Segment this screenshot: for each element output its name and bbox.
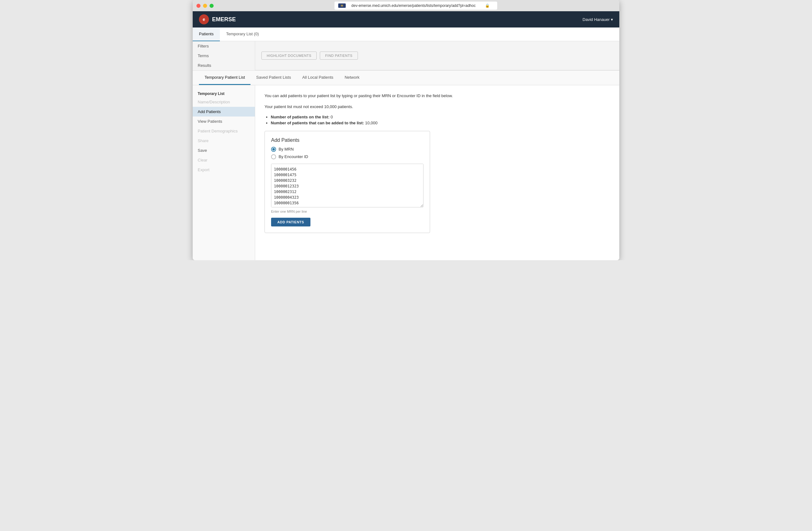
sidebar-item-save-label: Save [198, 148, 207, 153]
subnav-saved-patient-lists-label: Saved Patient Lists [256, 75, 291, 80]
sidebar-item-name-description-label: Name/Description [198, 100, 230, 104]
stat-patients-can-add-label: Number of patients that can be added to … [271, 120, 364, 125]
intro-text: You can add patients to your patient lis… [264, 93, 610, 99]
highlight-documents-button[interactable]: HIGHLIGHT DOCUMENTS [261, 52, 317, 60]
maximize-dot[interactable] [209, 4, 214, 8]
add-patients-box: Add Patients By MRN By Encounter ID 1000… [264, 131, 430, 233]
tab-temporary-list-label: Temporary List (0) [226, 31, 259, 36]
add-patients-title: Add Patients [271, 138, 423, 143]
radio-group: By MRN By Encounter ID [271, 147, 423, 159]
sidebar-item-name-description: Name/Description [193, 97, 255, 107]
user-chevron-icon: ▾ [611, 17, 613, 22]
sidebar-item-patient-demographics-label: Patient Demographics [198, 129, 238, 133]
minimize-dot[interactable] [203, 4, 207, 8]
sidenav-terms[interactable]: Terms [193, 51, 255, 61]
subnav-all-local-patients-label: All Local Patients [302, 75, 334, 80]
sidebar-item-add-patients[interactable]: Add Patients [193, 107, 255, 116]
left-nav-bar: Filters Terms Results HIGHLIGHT DOCUMENT… [193, 41, 619, 71]
close-dot[interactable] [197, 4, 201, 8]
radio-by-encounter-id-label: By Encounter ID [279, 154, 308, 159]
sidebar-item-share: Share [193, 136, 255, 146]
titlebar: dev-emerse.med.umich.edu/emerse/patients… [193, 0, 619, 11]
hint-text: Enter one MRN per line [271, 210, 423, 213]
brand-icon: e [199, 14, 209, 24]
user-menu[interactable]: David Hanauer ▾ [582, 17, 613, 22]
find-patients-button[interactable]: FIND PATIENTS [320, 52, 358, 60]
sidebar-section-label: Temporary List [193, 88, 255, 97]
stat-patients-can-add-value: 10,000 [365, 120, 378, 125]
tab-temporary-list[interactable]: Temporary List (0) [220, 28, 265, 41]
action-bar: HIGHLIGHT DOCUMENTS FIND PATIENTS [255, 41, 619, 70]
sidenav-filters[interactable]: Filters [193, 41, 255, 51]
subnav-saved-patient-lists[interactable]: Saved Patient Lists [250, 71, 296, 85]
left-nav-stubs: Filters Terms Results [193, 41, 255, 70]
stat-patients-on-list-value: 0 [330, 115, 333, 119]
limit-text: Your patient list must not exceed 10,000… [264, 104, 610, 110]
subnav-all-local-patients[interactable]: All Local Patients [297, 71, 339, 85]
sidebar-item-patient-demographics: Patient Demographics [193, 126, 255, 136]
subnav-network[interactable]: Network [339, 71, 365, 85]
user-label: David Hanauer [582, 17, 610, 22]
sidenav-terms-label: Terms [198, 54, 208, 58]
lock-icon: 🔒 [481, 2, 493, 9]
radio-by-encounter-id-indicator [271, 154, 276, 159]
sidebar-item-clear: Clear [193, 155, 255, 165]
sidenav-results[interactable]: Results [193, 61, 255, 70]
radio-by-mrn-indicator [271, 147, 276, 152]
sidebar-item-export-label: Export [198, 168, 209, 172]
second-navigation: Patients Temporary List (0) [193, 28, 619, 41]
main-content: You can add patients to your patient lis… [255, 85, 619, 260]
stats-list: Number of patients on the list: 0 Number… [264, 115, 610, 125]
subnav-temporary-patient-list-label: Temporary Patient List [205, 75, 245, 80]
radio-by-encounter-id[interactable]: By Encounter ID [271, 154, 423, 159]
subnav-temporary-patient-list[interactable]: Temporary Patient List [199, 71, 250, 85]
tab-patients[interactable]: Patients [193, 28, 220, 41]
url-text: dev-emerse.med.umich.edu/emerse/patients… [348, 2, 479, 9]
add-patients-button[interactable]: ADD PATIENTS [271, 218, 310, 227]
sub-navigation: Temporary Patient List Saved Patient Lis… [193, 71, 619, 85]
sidebar-item-add-patients-label: Add Patients [198, 109, 221, 114]
radio-by-mrn-label: By MRN [279, 147, 293, 152]
top-navigation: e EMERSE David Hanauer ▾ [193, 11, 619, 28]
sidebar: Temporary List Name/Description Add Pati… [193, 85, 255, 260]
app-window: dev-emerse.med.umich.edu/emerse/patients… [193, 0, 619, 260]
sidebar-item-view-patients-label: View Patients [198, 119, 222, 124]
favicon-icon [338, 3, 346, 8]
brand-label: EMERSE [212, 16, 236, 23]
stat-patients-on-list: Number of patients on the list: 0 [271, 115, 610, 119]
sidebar-item-export: Export [193, 165, 255, 175]
stat-patients-can-add: Number of patients that can be added to … [271, 120, 610, 125]
radio-by-mrn[interactable]: By MRN [271, 147, 423, 152]
sidebar-item-save[interactable]: Save [193, 146, 255, 155]
sidebar-item-view-patients[interactable]: View Patients [193, 116, 255, 126]
sidebar-item-share-label: Share [198, 138, 208, 143]
main-layout: Temporary List Name/Description Add Pati… [193, 85, 619, 260]
stat-patients-on-list-label: Number of patients on the list: [271, 115, 330, 119]
brand: e EMERSE [199, 14, 236, 24]
subnav-network-label: Network [345, 75, 360, 80]
tab-patients-label: Patients [199, 31, 214, 36]
sidenav-filters-label: Filters [198, 44, 208, 48]
sidenav-results-label: Results [198, 63, 211, 68]
sidebar-item-clear-label: Clear [198, 158, 207, 162]
mrn-textarea[interactable]: 1000001456 1000001475 1000003232 1000001… [271, 164, 423, 207]
url-bar: dev-emerse.med.umich.edu/emerse/patients… [216, 2, 615, 10]
